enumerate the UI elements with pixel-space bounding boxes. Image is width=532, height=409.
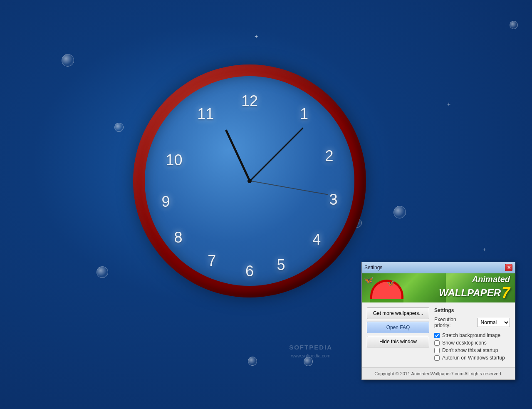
settings-titlebar: Settings ✕ bbox=[362, 262, 515, 273]
priority-row: Execution priority: Normal Low High bbox=[434, 317, 510, 328]
settings-banner: 🦋 🦋 Animated WALLPAPER 7 bbox=[362, 273, 515, 302]
close-button[interactable]: ✕ bbox=[505, 264, 512, 271]
hour-hand bbox=[225, 129, 250, 181]
settings-footer: Copyright © 2011 AnimatedWallpaper7.com … bbox=[362, 367, 515, 379]
left-buttons: Get more wallpapers... Open FAQ Hide thi… bbox=[367, 307, 429, 362]
get-more-wallpapers-button[interactable]: Get more wallpapers... bbox=[367, 307, 429, 319]
bubble-4 bbox=[248, 357, 257, 366]
bubble-6 bbox=[510, 21, 518, 29]
priority-label: Execution priority: bbox=[434, 317, 474, 328]
open-faq-button[interactable]: Open FAQ bbox=[367, 322, 429, 333]
bubble-3 bbox=[97, 266, 108, 278]
bubble-5 bbox=[393, 206, 406, 218]
clock-hands bbox=[145, 76, 354, 286]
stretch-label[interactable]: Stretch background image bbox=[442, 332, 500, 338]
bubble-1 bbox=[62, 54, 74, 67]
checkbox-autorun-row: Autorun on Windows startup bbox=[434, 355, 510, 361]
dont-show-checkbox[interactable] bbox=[434, 348, 440, 353]
hide-window-button[interactable]: Hide this window bbox=[367, 336, 429, 347]
settings-heading: Settings bbox=[434, 307, 510, 313]
settings-title: Settings bbox=[364, 265, 382, 270]
settings-body: Get more wallpapers... Open FAQ Hide thi… bbox=[362, 302, 515, 367]
minute-hand bbox=[249, 127, 303, 181]
autorun-checkbox[interactable] bbox=[434, 355, 440, 361]
banner-title: Animated WALLPAPER 7 bbox=[439, 275, 510, 302]
sparkle-6: + bbox=[483, 247, 486, 253]
checkbox-dont-show-row: Don't show this at startup bbox=[434, 347, 510, 353]
checkbox-stretch-row: Stretch background image bbox=[434, 332, 510, 338]
bubble-2 bbox=[114, 123, 124, 132]
clock-container: 12 1 2 3 4 5 6 7 8 9 10 11 bbox=[133, 64, 366, 297]
desktop-icons-checkbox[interactable] bbox=[434, 340, 440, 346]
second-hand bbox=[250, 181, 328, 195]
desktop-icons-label[interactable]: Show desktop icons bbox=[442, 340, 487, 346]
priority-select[interactable]: Normal Low High bbox=[477, 318, 510, 327]
stretch-checkbox[interactable] bbox=[434, 333, 440, 338]
checkbox-desktop-icons-row: Show desktop icons bbox=[434, 340, 510, 346]
autorun-label[interactable]: Autorun on Windows startup bbox=[442, 355, 505, 361]
clock-center-dot bbox=[247, 179, 252, 183]
clock-face: 12 1 2 3 4 5 6 7 8 9 10 11 bbox=[145, 76, 354, 286]
dont-show-label[interactable]: Don't show this at startup bbox=[442, 347, 498, 353]
settings-window: Settings ✕ 🦋 🦋 Animated WALLPAPER 7 Get … bbox=[361, 262, 515, 380]
sparkle-5: + bbox=[447, 101, 450, 107]
right-settings: Settings Execution priority: Normal Low … bbox=[434, 307, 510, 362]
watermark: SOFTPEDIA www.softpedia.com bbox=[289, 343, 332, 359]
sparkle-2: + bbox=[255, 33, 258, 39]
